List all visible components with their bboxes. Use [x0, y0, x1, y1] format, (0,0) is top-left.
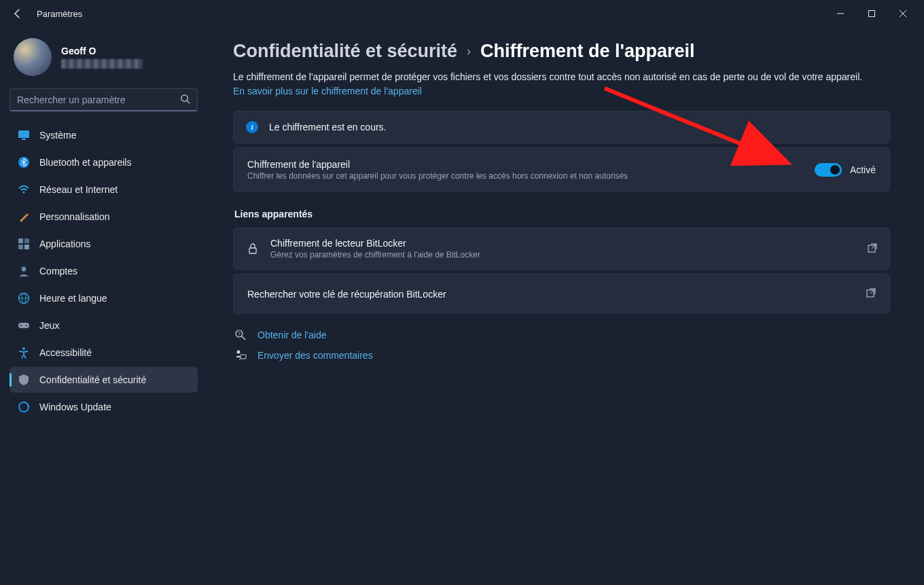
- bitlocker-drive-encryption-link[interactable]: Chiffrement de lecteur BitLocker Gérez v…: [233, 228, 890, 270]
- help-link-row: ? Obtenir de l'aide: [234, 329, 890, 341]
- svg-rect-31: [241, 355, 246, 359]
- svg-rect-8: [18, 238, 23, 243]
- svg-point-12: [22, 267, 26, 272]
- sidebar-item-label: Comptes: [39, 266, 77, 277]
- breadcrumb-parent[interactable]: Confidentialité et sécurité: [233, 41, 457, 62]
- help-icon: ?: [234, 329, 247, 341]
- search-icon: [180, 94, 190, 106]
- svg-point-18: [26, 325, 27, 326]
- svg-line-24: [872, 244, 876, 249]
- content: Confidentialité et sécurité › Chiffremen…: [207, 27, 924, 585]
- related-heading: Liens apparentés: [234, 209, 890, 219]
- accessibility-icon: [18, 347, 30, 359]
- maximize-icon: [868, 10, 876, 18]
- sidebar-item-label: Windows Update: [39, 402, 111, 412]
- svg-rect-10: [18, 245, 23, 249]
- learn-more-link[interactable]: En savoir plus sur le chiffrement de l'a…: [233, 86, 422, 96]
- arrow-left-icon: [12, 8, 23, 19]
- svg-line-29: [242, 336, 245, 340]
- sidebar-item-label: Accessibilité: [39, 347, 92, 358]
- svg-point-7: [23, 192, 25, 194]
- page-description: Le chiffrement de l'appareil permet de p…: [233, 70, 872, 99]
- sidebar-item-accessibility[interactable]: Accessibilité: [10, 340, 198, 366]
- nav: Système Bluetooth et appareils Réseau et…: [10, 122, 198, 420]
- sidebar-item-label: Heure et langue: [39, 293, 107, 304]
- breadcrumb: Confidentialité et sécurité › Chiffremen…: [233, 41, 890, 62]
- encryption-toggle[interactable]: [815, 163, 842, 177]
- svg-point-2: [181, 94, 188, 101]
- back-button[interactable]: [5, 1, 30, 26]
- page-title: Chiffrement de l'appareil: [480, 41, 694, 62]
- sidebar-item-label: Applications: [39, 238, 91, 249]
- titlebar: Paramètres: [0, 0, 924, 27]
- globe-icon: [18, 292, 30, 304]
- sidebar: Geoff O Système Bluetooth et appareils R…: [0, 27, 207, 585]
- search-input[interactable]: [17, 94, 180, 105]
- sidebar-item-windows-update[interactable]: Windows Update: [10, 394, 198, 420]
- external-link-icon: [868, 243, 877, 255]
- window-title: Paramètres: [37, 9, 82, 19]
- svg-rect-11: [24, 245, 29, 249]
- sidebar-item-label: Jeux: [39, 320, 60, 331]
- apps-icon: [18, 238, 30, 250]
- bluetooth-icon: [18, 156, 30, 169]
- sidebar-item-label: Bluetooth et appareils: [39, 157, 131, 168]
- sidebar-item-label: Personnalisation: [39, 211, 110, 222]
- footer-links: ? Obtenir de l'aide Envoyer des commenta…: [233, 329, 890, 361]
- account-icon: [18, 265, 30, 277]
- user-block[interactable]: Geoff O: [10, 38, 198, 76]
- sidebar-item-personalization[interactable]: Personnalisation: [10, 204, 198, 230]
- chevron-right-icon: ›: [467, 44, 471, 58]
- info-icon: i: [246, 121, 258, 133]
- sidebar-item-network[interactable]: Réseau et Internet: [10, 177, 198, 202]
- sidebar-item-label: Confidentialité et sécurité: [39, 374, 146, 385]
- feedback-link-row: Envoyer des commentaires: [234, 349, 890, 361]
- card-title: Rechercher votre clé de récupération Bit…: [247, 289, 855, 300]
- encryption-toggle-card: Chiffrement de l'appareil Chiffrer les d…: [233, 147, 890, 192]
- sidebar-item-label: Réseau et Internet: [39, 184, 118, 195]
- svg-point-30: [237, 351, 241, 354]
- svg-point-19: [22, 347, 25, 350]
- bitlocker-recovery-key-link[interactable]: Rechercher votre clé de récupération Bit…: [233, 274, 890, 314]
- shield-icon: [18, 374, 30, 386]
- toggle-state-label: Activé: [850, 164, 876, 175]
- sidebar-item-gaming[interactable]: Jeux: [10, 313, 198, 338]
- svg-rect-9: [24, 238, 29, 243]
- avatar: [14, 38, 52, 76]
- svg-line-32: [239, 359, 241, 360]
- svg-rect-1: [869, 11, 875, 17]
- sidebar-item-apps[interactable]: Applications: [10, 231, 198, 257]
- minimize-button[interactable]: [825, 3, 856, 24]
- svg-point-17: [20, 325, 22, 326]
- maximize-button[interactable]: [856, 3, 887, 24]
- status-banner: i Le chiffrement est en cours.: [233, 111, 890, 143]
- lock-icon: [246, 243, 260, 255]
- svg-rect-22: [249, 248, 256, 253]
- toggle-subtitle: Chiffrer les données sur cet appareil po…: [247, 171, 804, 181]
- svg-rect-16: [18, 323, 29, 328]
- sidebar-item-label: Système: [39, 130, 76, 141]
- help-link[interactable]: Obtenir de l'aide: [257, 330, 327, 340]
- card-subtitle: Gérez vos paramètres de chiffrement à l'…: [270, 250, 857, 260]
- window-controls: [825, 3, 919, 24]
- minimize-icon: [836, 10, 845, 18]
- gamepad-icon: [18, 319, 30, 332]
- sidebar-item-accounts[interactable]: Comptes: [10, 258, 198, 284]
- toggle-title: Chiffrement de l'appareil: [247, 159, 804, 170]
- sidebar-item-bluetooth[interactable]: Bluetooth et appareils: [10, 149, 198, 175]
- svg-rect-4: [18, 130, 29, 138]
- svg-line-26: [870, 289, 875, 294]
- close-icon: [899, 10, 907, 18]
- svg-text:?: ?: [238, 332, 241, 336]
- sidebar-item-time-language[interactable]: Heure et langue: [10, 285, 198, 311]
- search-box[interactable]: [10, 88, 198, 111]
- card-title: Chiffrement de lecteur BitLocker: [270, 238, 857, 249]
- sidebar-item-privacy-security[interactable]: Confidentialité et sécurité: [10, 367, 198, 393]
- sidebar-item-system[interactable]: Système: [10, 122, 198, 148]
- monitor-icon: [18, 129, 30, 141]
- user-email-redacted: [61, 59, 143, 69]
- feedback-link[interactable]: Envoyer des commentaires: [257, 350, 373, 361]
- close-button[interactable]: [887, 3, 919, 24]
- wifi-icon: [18, 183, 30, 196]
- user-name: Geoff O: [61, 46, 143, 56]
